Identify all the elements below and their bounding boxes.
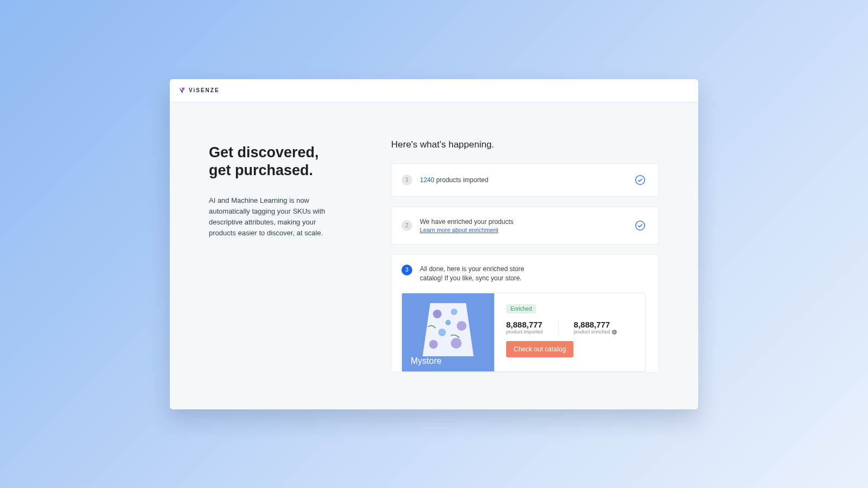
intro-panel: Get discovered, get purchased. AI and Ma… (209, 135, 361, 388)
panel-heading: Here's what's happening. (391, 139, 659, 150)
svg-point-6 (429, 340, 438, 349)
product-image-icon (418, 301, 478, 358)
step-card-2: 2 We have enriched your products Learn m… (391, 207, 659, 245)
svg-point-1 (636, 221, 645, 230)
step-card-3: 3 All done, here is your enriched store … (391, 254, 659, 373)
svg-point-3 (451, 309, 457, 315)
imported-label: products imported (435, 176, 488, 184)
svg-point-8 (445, 320, 451, 325)
progress-panel: Here's what's happening. 1 1240 products… (391, 135, 659, 388)
catalog-details: Enriched 8,888,777 product imported 8,88… (494, 293, 645, 371)
stat-enriched-value: 8,888,777 (574, 320, 617, 329)
brand-name: ViSENZE (189, 87, 220, 93)
topbar: ViSENZE (170, 79, 698, 102)
step-card-1: 1 1240 products imported (391, 163, 659, 197)
status-badge: Enriched (506, 304, 536, 313)
svg-point-4 (457, 321, 467, 331)
step-2-text: We have enriched your products (420, 218, 627, 226)
svg-point-0 (636, 175, 645, 184)
content-area: Get discovered, get purchased. AI and Ma… (170, 102, 698, 409)
store-name: Mystore (402, 356, 442, 366)
checkmark-icon (635, 175, 646, 185)
intro-subtext: AI and Machine Learning is now automatic… (209, 195, 344, 239)
brand-logo-lockup: ViSENZE (178, 87, 220, 94)
enrichment-learn-more-link[interactable]: Learn more about enrichment (420, 227, 627, 233)
stat-imported-label: product imported (506, 329, 543, 335)
info-icon[interactable]: i (612, 330, 617, 335)
catalog-stats: 8,888,777 product imported 8,888,777 pro… (506, 320, 633, 335)
step-3-text: All done, here is your enriched store ca… (420, 265, 534, 284)
stat-imported-value: 8,888,777 (506, 320, 543, 329)
check-out-catalog-button[interactable]: Check out catalog (506, 341, 573, 357)
headline: Get discovered, get purchased. (209, 144, 361, 181)
imported-count: 1240 (420, 176, 435, 184)
step-badge-2: 2 (401, 220, 412, 231)
brand-logo-icon (178, 87, 186, 94)
app-window: ViSENZE Get discovered, get purchased. A… (170, 79, 698, 409)
svg-point-2 (433, 310, 442, 318)
catalog-thumbnail: Mystore (402, 293, 494, 371)
checkmark-icon (635, 220, 646, 231)
step-1-text: 1240 products imported (420, 176, 627, 184)
svg-point-5 (438, 329, 446, 336)
stat-enriched: 8,888,777 product enriched i (558, 320, 632, 335)
stat-imported: 8,888,777 product imported (506, 320, 558, 335)
catalog-card: Mystore Enriched 8,888,777 product impor… (401, 293, 646, 372)
step-badge-1: 1 (401, 175, 412, 185)
stat-enriched-label: product enriched i (574, 329, 617, 335)
svg-point-7 (451, 338, 462, 349)
step-badge-3: 3 (401, 265, 412, 275)
